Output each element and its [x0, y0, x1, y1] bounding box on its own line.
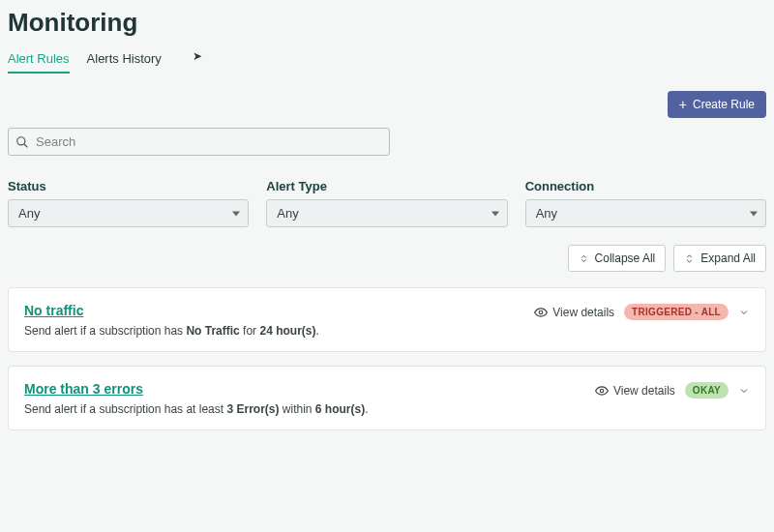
filter-alert-type-value: Any — [277, 206, 298, 221]
collapse-icon — [579, 253, 589, 264]
caret-down-icon — [491, 211, 499, 216]
search-input[interactable] — [8, 128, 390, 156]
rule-title-link[interactable]: No traffic — [24, 303, 83, 318]
view-details-label: View details — [552, 306, 614, 319]
filter-status: Status Any — [8, 179, 249, 227]
rule-description: Send alert if a subscription has at leas… — [24, 402, 583, 416]
filter-connection-select[interactable]: Any — [525, 199, 766, 227]
plus-icon: + — [679, 98, 687, 111]
filter-connection-label: Connection — [525, 179, 766, 193]
filter-alert-type-select[interactable]: Any — [266, 199, 507, 227]
filter-status-value: Any — [18, 206, 40, 221]
rule-title-link[interactable]: More than 3 errors — [24, 381, 143, 397]
view-details-button[interactable]: View details — [595, 384, 675, 398]
filter-alert-type: Alert Type Any — [266, 179, 507, 227]
chevron-down-icon[interactable] — [738, 307, 750, 318]
filter-connection-value: Any — [536, 206, 557, 221]
filter-alert-type-label: Alert Type — [266, 179, 507, 193]
svg-point-2 — [540, 310, 544, 314]
view-details-button[interactable]: View details — [534, 306, 614, 319]
create-rule-label: Create Rule — [693, 98, 755, 111]
expand-all-button[interactable]: Expand All — [673, 245, 766, 272]
filter-connection: Connection Any — [525, 179, 766, 227]
chevron-down-icon[interactable] — [738, 385, 750, 397]
tab-alert-rules[interactable]: Alert Rules — [8, 51, 70, 74]
svg-point-3 — [600, 389, 604, 393]
eye-icon — [595, 384, 609, 398]
status-badge: OKAY — [685, 382, 729, 399]
expand-all-label: Expand All — [700, 251, 756, 265]
view-details-label: View details — [613, 384, 675, 398]
eye-icon — [534, 306, 548, 319]
tab-alerts-history[interactable]: Alerts History — [87, 51, 162, 74]
filter-status-select[interactable]: Any — [8, 199, 249, 227]
filter-status-label: Status — [8, 179, 249, 193]
create-rule-button[interactable]: + Create Rule — [668, 91, 766, 118]
rule-description: Send alert if a subscription has No Traf… — [24, 324, 522, 338]
tab-bar: Alert Rules Alerts History — [8, 51, 766, 74]
rule-card: No traffic Send alert if a subscription … — [8, 287, 766, 352]
expand-icon — [684, 253, 695, 264]
svg-point-0 — [17, 136, 25, 144]
page-title: Monitoring — [8, 8, 766, 38]
collapse-all-label: Collapse All — [595, 251, 656, 265]
caret-down-icon — [750, 211, 758, 216]
status-badge: TRIGGERED - ALL — [624, 304, 729, 320]
search-icon — [15, 135, 29, 149]
caret-down-icon — [232, 211, 240, 216]
svg-line-1 — [24, 143, 28, 147]
collapse-all-button[interactable]: Collapse All — [568, 245, 667, 272]
rule-card: More than 3 errors Send alert if a subsc… — [8, 366, 766, 430]
